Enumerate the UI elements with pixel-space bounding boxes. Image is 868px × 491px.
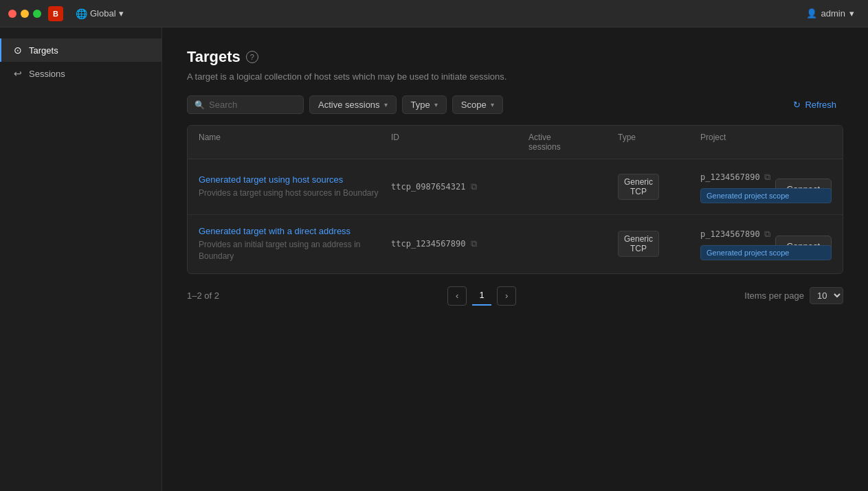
active-sessions-label: Active sessions <box>318 100 380 110</box>
sidebar: ⊙ Targets ↩ Sessions <box>0 27 162 491</box>
col-id-header: ID <box>391 133 528 152</box>
sidebar-item-label: Sessions <box>29 69 65 79</box>
refresh-label: Refresh <box>805 100 836 110</box>
refresh-button[interactable]: ↻ Refresh <box>786 96 843 113</box>
page-header: Targets ? <box>187 48 843 66</box>
help-icon[interactable]: ? <box>246 51 258 63</box>
project-scope-badge: Generated project scope <box>700 245 832 260</box>
pagination-range: 1–2 of 2 <box>187 290 219 301</box>
project-scope-badge: Generated project scope <box>700 188 832 203</box>
target-id-value: ttcp_0987654321 <box>391 182 465 192</box>
sidebar-item-sessions[interactable]: ↩ Sessions <box>0 62 162 85</box>
titlebar-left: B 🌐 Global ▾ <box>8 5 129 22</box>
sidebar-item-targets[interactable]: ⊙ Targets <box>0 38 162 62</box>
col-project-header: Project <box>700 133 832 152</box>
page-description: A target is a logical collection of host… <box>187 71 843 82</box>
traffic-lights <box>8 10 41 18</box>
type-cell: Generic TCP <box>618 231 700 257</box>
search-box[interactable]: 🔍 <box>187 95 304 114</box>
next-page-button[interactable]: › <box>497 286 516 306</box>
col-active-sessions-header: Active sessions <box>528 133 618 152</box>
sessions-icon: ↩ <box>14 68 22 79</box>
type-label: Type <box>411 100 430 110</box>
search-input[interactable] <box>209 100 296 110</box>
target-id-cell: ttcp_1234567890 ⧉ <box>391 237 528 251</box>
main-layout: ⊙ Targets ↩ Sessions Targets ? A target … <box>0 27 868 491</box>
table-row: Generated target using host sources Prov… <box>188 159 843 215</box>
scope-label: Scope <box>461 100 487 110</box>
project-id: p_1234567890 ⧉ <box>700 227 832 241</box>
target-name-link[interactable]: Generated target with a direct address <box>199 226 391 236</box>
app-logo: B <box>48 6 63 21</box>
admin-menu[interactable]: 👤 admin ▾ <box>801 5 860 21</box>
refresh-icon: ↻ <box>793 100 801 110</box>
chevron-down-icon: ▾ <box>384 101 388 109</box>
targets-table: Name ID Active sessions Type Project Gen… <box>187 125 843 274</box>
type-badge: Generic TCP <box>618 174 659 200</box>
chevron-down-icon: ▾ <box>849 8 854 19</box>
page-title: Targets <box>187 48 241 66</box>
global-label: Global <box>90 8 116 19</box>
type-filter[interactable]: Type ▾ <box>402 95 447 114</box>
project-cell: p_1234567890 ⧉ Generated project scope C… <box>700 170 832 203</box>
table-header: Name ID Active sessions Type Project <box>188 126 843 159</box>
target-name-cell: Generated target with a direct address P… <box>199 226 391 262</box>
target-id-cell: ttcp_0987654321 ⧉ <box>391 180 528 194</box>
global-button[interactable]: 🌐 Global ▾ <box>70 5 129 22</box>
copy-project-id-button[interactable]: ⧉ <box>763 227 772 241</box>
close-dot[interactable] <box>8 10 16 18</box>
target-name-link[interactable]: Generated target using host sources <box>199 174 391 185</box>
titlebar: B 🌐 Global ▾ 👤 admin ▾ <box>0 0 868 27</box>
chevron-down-icon: ▾ <box>119 8 124 19</box>
globe-icon: 🌐 <box>76 8 87 19</box>
target-description: Provides an initial target using an addr… <box>199 240 360 261</box>
search-icon: 🔍 <box>194 100 205 110</box>
copy-id-button[interactable]: ⧉ <box>469 237 478 251</box>
admin-label: admin <box>821 8 845 19</box>
toolbar: 🔍 Active sessions ▾ Type ▾ Scope ▾ ↻ Ref… <box>187 95 843 114</box>
items-per-page-control: Items per page 10 25 50 <box>744 287 843 304</box>
col-name-header: Name <box>199 133 391 152</box>
sidebar-item-label: Targets <box>29 45 58 56</box>
col-type-header: Type <box>618 133 700 152</box>
current-page[interactable]: 1 <box>472 286 491 306</box>
prev-page-button[interactable]: ‹ <box>447 286 467 306</box>
items-per-page-select[interactable]: 10 25 50 <box>810 287 843 304</box>
user-icon: 👤 <box>806 8 817 19</box>
copy-id-button[interactable]: ⧉ <box>469 180 478 194</box>
scope-filter[interactable]: Scope ▾ <box>452 95 503 114</box>
project-cell: p_1234567890 ⧉ Generated project scope C… <box>700 227 832 260</box>
chevron-down-icon: ▾ <box>434 101 438 109</box>
target-name-cell: Generated target using host sources Prov… <box>199 174 391 199</box>
active-sessions-filter[interactable]: Active sessions ▾ <box>309 95 397 114</box>
target-description: Provides a target using host sources in … <box>199 188 378 198</box>
pagination-center: ‹ 1 › <box>219 286 744 306</box>
maximize-dot[interactable] <box>33 10 41 18</box>
table-row: Generated target with a direct address P… <box>188 215 843 273</box>
minimize-dot[interactable] <box>21 10 29 18</box>
main-content: Targets ? A target is a logical collecti… <box>162 27 868 491</box>
copy-project-id-button[interactable]: ⧉ <box>763 170 772 184</box>
chevron-down-icon: ▾ <box>491 101 494 109</box>
project-id: p_1234567890 ⧉ <box>700 170 832 184</box>
targets-icon: ⊙ <box>14 45 22 56</box>
items-per-page-label: Items per page <box>744 290 804 301</box>
type-badge: Generic TCP <box>618 231 659 257</box>
type-cell: Generic TCP <box>618 174 700 200</box>
target-id-value: ttcp_1234567890 <box>391 239 465 249</box>
pagination: 1–2 of 2 ‹ 1 › Items per page 10 25 50 <box>187 286 843 306</box>
